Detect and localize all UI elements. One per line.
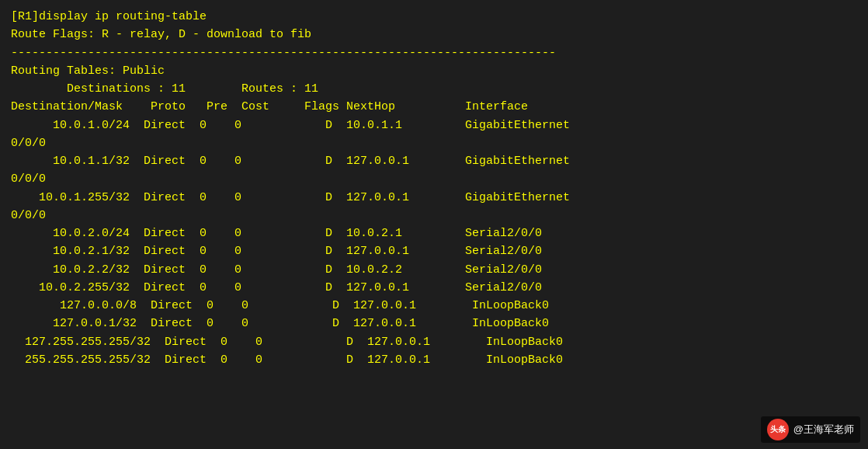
terminal-line: 10.0.2.1/32 Direct 0 0 D 127.0.0.1 Seria… [11, 242, 857, 260]
watermark: 头条 @王海军老师 [761, 416, 860, 443]
watermark-text: @王海军老师 [793, 423, 854, 437]
terminal-line: Route Flags: R - relay, D - download to … [11, 26, 857, 44]
terminal-line: 0/0/0 [11, 134, 857, 152]
terminal-line: 10.0.2.0/24 Direct 0 0 D 10.0.2.1 Serial… [11, 224, 857, 242]
terminal-line: Destinations : 11 Routes : 11 [11, 80, 857, 98]
terminal-line: 127.0.0.1/32 Direct 0 0 D 127.0.0.1 InLo… [11, 315, 857, 332]
terminal-line: ----------------------------------------… [11, 44, 857, 62]
terminal-line: 0/0/0 [11, 170, 857, 188]
terminal-output: [R1]display ip routing-tableRoute Flags:… [11, 8, 857, 369]
terminal-line: 0/0/0 [11, 207, 857, 224]
terminal-window: [R1]display ip routing-tableRoute Flags:… [0, 0, 868, 449]
terminal-line: 255.255.255.255/32 Direct 0 0 D 127.0.0.… [11, 351, 857, 369]
terminal-line: 10.0.1.0/24 Direct 0 0 D 10.0.1.1 Gigabi… [11, 117, 857, 134]
terminal-line: 127.255.255.255/32 Direct 0 0 D 127.0.0.… [11, 333, 857, 351]
terminal-line: Destination/Mask Proto Pre Cost Flags Ne… [11, 98, 857, 116]
terminal-line: 10.0.2.2/32 Direct 0 0 D 10.0.2.2 Serial… [11, 261, 857, 279]
terminal-line: 10.0.1.255/32 Direct 0 0 D 127.0.0.1 Gig… [11, 189, 857, 207]
terminal-line: Routing Tables: Public [11, 62, 857, 80]
terminal-line: 10.0.2.255/32 Direct 0 0 D 127.0.0.1 Ser… [11, 279, 857, 297]
terminal-line: 10.0.1.1/32 Direct 0 0 D 127.0.0.1 Gigab… [11, 152, 857, 170]
terminal-line: [R1]display ip routing-table [11, 8, 857, 26]
watermark-logo: 头条 [767, 419, 789, 440]
terminal-line: 127.0.0.0/8 Direct 0 0 D 127.0.0.1 InLoo… [11, 297, 857, 315]
